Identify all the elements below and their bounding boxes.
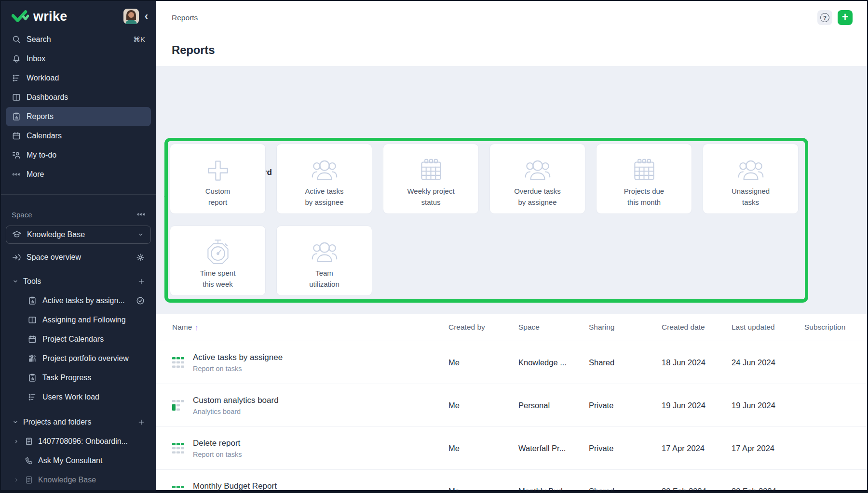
space-section-label: Space [12, 211, 32, 219]
portfolio-chart-icon [27, 354, 37, 363]
phone-icon [24, 456, 34, 466]
sidebar-item-workload[interactable]: Workload [6, 68, 151, 88]
column-header-created-by[interactable]: Created by [448, 323, 518, 332]
report-name[interactable]: Monthly Budget Report [193, 481, 277, 491]
breadcrumb: Reports [172, 13, 198, 22]
sidebar-item-calendars[interactable]: Calendars [6, 126, 151, 146]
template-card-active-tasks[interactable]: Active tasksby assignee [276, 144, 372, 214]
report-grid-icon [172, 357, 184, 368]
sidebar-item-inbox[interactable]: Inbox [6, 49, 151, 68]
tool-item-portfolio-overview[interactable]: Project portfolio overview [6, 349, 151, 368]
template-card-overdue-tasks[interactable]: Overdue tasksby assignee [489, 144, 585, 214]
project-item-knowledge-base[interactable]: Knowledge Base [6, 470, 151, 490]
search-icon [12, 35, 21, 44]
column-header-last-updated[interactable]: Last updated [732, 323, 804, 332]
top-bar: Reports ? + [156, 1, 867, 35]
project-item-ask-my-consultant[interactable]: Ask My Consultant [6, 451, 151, 470]
tool-item-users-workload[interactable]: Users Work load [6, 387, 151, 407]
created-by-cell: Me [448, 401, 518, 410]
column-header-space[interactable]: Space [518, 323, 589, 332]
space-cell: Waterfall Pr... [518, 444, 589, 453]
sidebar-item-space-overview[interactable]: Space overview [6, 248, 151, 267]
add-tool-icon[interactable] [137, 278, 145, 285]
template-card-time-spent[interactable]: Time spentthis week [170, 226, 266, 296]
sharing-cell: Private [589, 444, 662, 453]
table-row[interactable]: Active tasks by assignee Report on tasks… [156, 341, 867, 384]
tools-section-header[interactable]: Tools [6, 272, 151, 291]
template-card-custom-report[interactable]: Customreport [170, 144, 266, 214]
tool-item-task-progress[interactable]: Task Progress [6, 368, 151, 387]
logo-text: wrike [33, 9, 68, 24]
sidebar-nav: Search ⌘K Inbox Workload Dashboards Repo… [1, 30, 156, 184]
projects-section-header[interactable]: Projects and folders [6, 413, 151, 432]
report-icon [12, 112, 21, 121]
chevron-right-icon [163, 169, 169, 176]
last-updated-cell: 24 Jun 2024 [732, 358, 804, 367]
created-date-cell: 18 Jun 2024 [662, 358, 732, 367]
page-header: Reports [156, 34, 867, 66]
sidebar-item-search[interactable]: Search ⌘K [6, 30, 151, 49]
gear-icon[interactable] [136, 253, 145, 262]
report-type: Analytics board [193, 408, 279, 415]
report-type: Report on tasks [193, 451, 242, 458]
calendar-icon [27, 334, 37, 344]
report-name[interactable]: Active tasks by assignee [193, 353, 283, 362]
space-selector[interactable]: Knowledge Base [6, 226, 151, 244]
template-card-weekly-status[interactable]: Weekly projectstatus [383, 144, 479, 214]
create-new-button[interactable]: + [838, 10, 853, 25]
calendar-icon [628, 155, 660, 187]
sidebar-item-reports[interactable]: Reports [6, 107, 151, 126]
enter-arrow-icon [12, 253, 21, 262]
created-by-cell: Me [448, 487, 518, 491]
created-by-cell: Me [448, 358, 518, 367]
template-card-projects-due[interactable]: Projects duethis month [596, 144, 692, 214]
template-card-team-utilization[interactable]: Teamutilization [276, 226, 372, 296]
report-icon [27, 373, 37, 383]
tool-item-project-calendars[interactable]: Project Calendars [6, 330, 151, 349]
column-header-subscription[interactable]: Subscription [804, 323, 867, 332]
people-icon [522, 155, 554, 187]
sharing-cell: Shared [589, 487, 662, 491]
report-icon [27, 296, 37, 306]
plus-icon [202, 155, 234, 187]
content-area: Create an analytics board Create a repor… [156, 66, 867, 490]
dashboard-icon [12, 93, 21, 102]
bell-icon [12, 54, 21, 64]
table-row[interactable]: Delete report Report on tasks Me Waterfa… [156, 427, 867, 470]
space-cell: Personal [518, 401, 589, 410]
avatar[interactable] [123, 9, 139, 24]
main-area: Reports ? + Reports Create an analytics … [156, 1, 867, 490]
document-icon [24, 475, 34, 485]
column-header-name[interactable]: Name ↑ [172, 323, 448, 332]
report-name[interactable]: Custom analytics board [193, 396, 279, 405]
created-date-cell: 19 Jun 2024 [662, 401, 732, 410]
sidebar-item-my-todo[interactable]: My to-do [6, 146, 151, 165]
last-updated-cell: 19 Jun 2024 [732, 401, 804, 410]
table-row[interactable]: Custom analytics board Analytics board M… [156, 384, 867, 427]
check-circle-icon [136, 296, 145, 306]
chevron-down-icon [137, 231, 145, 239]
chevron-right-icon [13, 438, 20, 445]
help-button[interactable]: ? [817, 10, 832, 25]
column-header-sharing[interactable]: Sharing [589, 323, 662, 332]
table-row[interactable]: Monthly Budget Report Report on tasks Me… [156, 470, 867, 490]
tool-item-active-tasks[interactable]: Active tasks by assign... [6, 291, 151, 310]
graduation-cap-icon [12, 230, 22, 240]
add-project-icon[interactable] [137, 418, 145, 426]
column-header-created-date[interactable]: Created date [662, 323, 732, 332]
stopwatch-icon [202, 237, 234, 268]
template-card-unassigned-tasks[interactable]: Unassignedtasks [703, 144, 799, 214]
report-name[interactable]: Delete report [193, 439, 242, 448]
tool-item-assigning-following[interactable]: Assigning and Following [6, 310, 151, 330]
project-item-onboarding[interactable]: 1407708096: Onboardin... [6, 432, 151, 451]
sort-ascending-icon: ↑ [195, 323, 199, 332]
created-by-cell: Me [448, 444, 518, 453]
collapse-sidebar-icon[interactable]: ‹ [144, 11, 149, 22]
space-more-icon[interactable] [136, 210, 146, 219]
sidebar-item-more[interactable]: More [6, 165, 151, 184]
sidebar: wrike ‹ Search ⌘K Inbox Workload [1, 1, 156, 490]
analytics-board-icon [172, 400, 184, 411]
sidebar-item-dashboards[interactable]: Dashboards [6, 88, 151, 107]
created-date-cell: 20 Feb 2024 [662, 487, 732, 491]
space-cell: Monthly Bud... [518, 487, 589, 491]
